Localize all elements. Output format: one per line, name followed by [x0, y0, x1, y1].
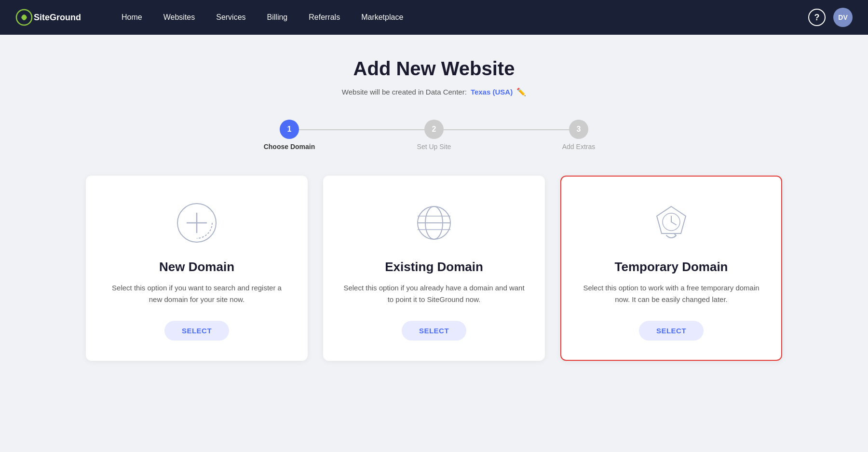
svg-line-13 — [671, 222, 676, 225]
temporary-domain-select-button[interactable]: SELECT — [639, 321, 704, 341]
nav-home-link[interactable]: Home — [112, 9, 152, 26]
step-3: 3 Add Extras — [506, 120, 651, 151]
existing-domain-title: Existing Domain — [385, 260, 483, 274]
domain-cards: New Domain Select this option if you wan… — [39, 176, 829, 361]
step-3-circle: 3 — [569, 120, 588, 139]
datacenter-prefix: Website will be created in Data Center: — [342, 88, 467, 96]
temporary-domain-icon — [648, 200, 694, 246]
new-domain-card[interactable]: New Domain Select this option if you wan… — [86, 176, 308, 361]
temporary-domain-card[interactable]: Temporary Domain Select this option to w… — [560, 176, 782, 361]
new-domain-title: New Domain — [159, 260, 234, 274]
existing-domain-desc: Select this option if you already have a… — [343, 282, 525, 305]
nav-marketplace-link[interactable]: Marketplace — [352, 9, 413, 26]
nav-billing-link[interactable]: Billing — [258, 9, 298, 26]
nav-links: Home Websites Services Billing Referrals… — [112, 9, 804, 26]
new-domain-select-button[interactable]: SELECT — [164, 321, 229, 341]
temporary-domain-desc: Select this option to work with a free t… — [581, 282, 762, 305]
svg-point-1 — [22, 15, 27, 20]
nav-websites-link[interactable]: Websites — [154, 9, 205, 26]
nav-right: ? DV — [808, 8, 853, 27]
new-domain-icon — [174, 200, 220, 246]
stepper: 1 Choose Domain 2 Set Up Site 3 Add Extr… — [39, 120, 829, 151]
edit-datacenter-icon[interactable]: ✏️ — [516, 87, 526, 96]
step-3-label: Add Extras — [562, 143, 595, 151]
nav-services-link[interactable]: Services — [206, 9, 255, 26]
existing-domain-icon — [411, 200, 457, 246]
temporary-domain-title: Temporary Domain — [614, 260, 728, 274]
user-avatar[interactable]: DV — [833, 8, 853, 27]
main-content: Add New Website Website will be created … — [0, 35, 868, 384]
step-1-label: Choose Domain — [264, 143, 315, 151]
datacenter-info: Website will be created in Data Center: … — [39, 87, 829, 96]
step-2: 2 Set Up Site — [362, 120, 506, 151]
page-title: Add New Website — [39, 58, 829, 80]
step-2-label: Set Up Site — [417, 143, 451, 151]
step-1: 1 Choose Domain — [217, 120, 362, 151]
existing-domain-card[interactable]: Existing Domain Select this option if yo… — [323, 176, 545, 361]
svg-text:SiteGround: SiteGround — [34, 13, 81, 22]
datacenter-location-link[interactable]: Texas (USA) — [471, 88, 513, 96]
existing-domain-select-button[interactable]: SELECT — [402, 321, 466, 341]
new-domain-desc: Select this option if you want to search… — [106, 282, 287, 305]
step-1-circle: 1 — [280, 120, 299, 139]
navbar: SiteGround Home Websites Services Billin… — [0, 0, 868, 35]
nav-referrals-link[interactable]: Referrals — [299, 9, 350, 26]
site-logo[interactable]: SiteGround — [15, 7, 93, 28]
help-button[interactable]: ? — [808, 9, 826, 26]
step-2-circle: 2 — [424, 120, 444, 139]
